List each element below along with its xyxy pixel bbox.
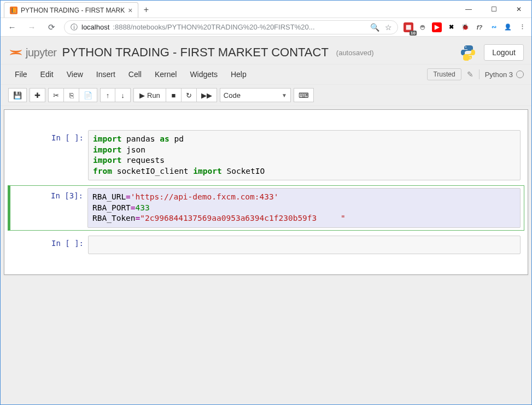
fast-forward-button[interactable]: ▶▶ <box>197 88 217 102</box>
code-cell[interactable]: In [ ]:import pandas as pd import json i… <box>8 127 524 183</box>
logout-button[interactable]: Logout <box>484 44 524 61</box>
tab-title: PYTHON TRADING - FIRST MARK <box>21 7 125 14</box>
site-info-icon[interactable]: ⓘ <box>70 22 78 32</box>
ext-youtube-icon[interactable]: ▶ <box>432 22 442 32</box>
kernel-name: Python 3 <box>485 71 513 79</box>
kernel-indicator[interactable]: Python 3 <box>485 71 524 79</box>
menu-view[interactable]: View <box>60 67 90 82</box>
bookmark-icon[interactable]: ☆ <box>385 23 392 32</box>
menu-help[interactable]: Help <box>224 67 253 82</box>
ext-icon-1[interactable]: 10 ▦ <box>404 22 413 32</box>
close-window-button[interactable]: ✕ <box>506 1 531 18</box>
code-cell[interactable]: In [3]:RBA_URL='https://api-demo.fxcm.co… <box>8 185 524 231</box>
address-bar: ← → ⟳ ⓘ localhost:8888/notebooks/PYTHON%… <box>1 18 531 37</box>
cut-button[interactable]: ✂ <box>48 88 64 102</box>
maximize-button[interactable]: ☐ <box>481 1 506 18</box>
cell-prompt: In [3]: <box>11 188 87 228</box>
jupyter-favicon: 📙 <box>10 7 17 14</box>
chevron-down-icon: ▼ <box>282 92 287 98</box>
browser-tab[interactable]: 📙 PYTHON TRADING - FIRST MARK × <box>4 2 138 17</box>
menu-file[interactable]: File <box>8 67 34 82</box>
python-logo-icon <box>459 43 477 62</box>
paste-button[interactable]: 📄 <box>79 88 97 102</box>
ext-f-icon[interactable]: f? <box>475 22 484 32</box>
jupyter-logo-text: jupyter <box>26 46 57 59</box>
jupyter-logo[interactable]: jupyter <box>8 45 57 60</box>
move-up-button[interactable]: ↑ <box>100 88 115 102</box>
toolbar: 💾 ✚ ✂ ⎘ 📄 ↑ ↓ ▶Run ■ ↻ ▶▶ Code ▼ ⌨ <box>1 85 531 106</box>
edit-mode-icon[interactable]: ✎ <box>467 70 473 79</box>
ext-badge: 10 <box>410 31 417 36</box>
add-cell-button[interactable]: ✚ <box>30 88 45 102</box>
menu-cell[interactable]: Cell <box>122 67 148 82</box>
reload-button[interactable]: ⟳ <box>44 20 59 34</box>
tab-strip: 📙 PYTHON TRADING - FIRST MARK × + <box>1 1 456 17</box>
autosave-status: (autosaved) <box>336 49 374 57</box>
menu-widgets[interactable]: Widgets <box>183 67 224 82</box>
command-palette-button[interactable]: ⌨ <box>294 88 314 102</box>
ext-x-icon[interactable]: ✖ <box>446 22 456 32</box>
jupyter-header: jupyter PYTHON TRADING - FIRST MARKET CO… <box>1 39 531 64</box>
menu-edit[interactable]: Edit <box>34 67 60 82</box>
profile-avatar-icon[interactable]: 👤 <box>503 22 513 32</box>
cell-prompt: In [ ]: <box>11 236 88 254</box>
save-button[interactable]: 💾 <box>8 88 27 102</box>
url-path: :8888/notebooks/PYTHON%20TRADING%20-%20F… <box>113 23 314 31</box>
cell-input[interactable]: import pandas as pd import json import r… <box>88 130 521 180</box>
celltype-select[interactable]: Code ▼ <box>220 88 291 102</box>
menu-insert[interactable]: Insert <box>90 67 122 82</box>
url-input[interactable]: ⓘ localhost:8888/notebooks/PYTHON%20TRAD… <box>64 20 398 34</box>
notebook-container: In [ ]:import pandas as pd import json i… <box>4 109 528 275</box>
jupyter-logo-icon <box>8 45 24 60</box>
new-tab-button[interactable]: + <box>138 2 154 17</box>
close-tab-icon[interactable]: × <box>128 6 132 15</box>
cell-prompt: In [ ]: <box>11 130 88 180</box>
menu-kernel[interactable]: Kernel <box>148 67 183 82</box>
code-cell[interactable]: In [ ]: <box>8 233 524 257</box>
stop-button[interactable]: ■ <box>166 88 182 102</box>
browser-titlebar: 📙 PYTHON TRADING - FIRST MARK × + — ☐ ✕ <box>1 1 531 18</box>
minimize-button[interactable]: — <box>456 1 481 18</box>
window-controls: — ☐ ✕ <box>456 1 531 17</box>
forward-button[interactable]: → <box>25 20 39 34</box>
kernel-status-icon <box>516 71 524 78</box>
trusted-button[interactable]: Trusted <box>427 68 461 80</box>
url-actions: 🔍 ☆ <box>370 23 392 32</box>
restart-button[interactable]: ↻ <box>182 88 197 102</box>
cell-input[interactable]: RBA_URL='https://api-demo.fxcm.com:433' … <box>87 188 521 228</box>
back-button[interactable]: ← <box>5 20 19 34</box>
url-host: localhost <box>81 23 109 31</box>
run-button[interactable]: ▶Run <box>133 88 166 102</box>
ext-link-icon[interactable]: ∾ <box>489 22 499 32</box>
divider <box>479 69 480 79</box>
menu-bar: FileEditViewInsertCellKernelWidgetsHelp … <box>1 64 531 85</box>
cell-input[interactable] <box>88 236 521 254</box>
ext-bug-icon[interactable]: 🐞 <box>460 22 470 32</box>
move-down-button[interactable]: ↓ <box>115 88 131 102</box>
chrome-menu-icon[interactable]: ⋮ <box>517 22 527 32</box>
extension-icons: 10 ▦ ◓ ▶ ✖ 🐞 f? ∾ 👤 ⋮ <box>404 22 527 32</box>
notebook-title[interactable]: PYTHON TRADING - FIRST MARKET CONTACT <box>62 45 329 60</box>
zoom-icon[interactable]: 🔍 <box>370 23 379 32</box>
copy-button[interactable]: ⎘ <box>64 88 79 102</box>
celltype-value: Code <box>224 91 241 99</box>
ext-drive-icon[interactable]: ◓ <box>418 22 428 32</box>
notebook-page: jupyter PYTHON TRADING - FIRST MARKET CO… <box>1 37 531 404</box>
